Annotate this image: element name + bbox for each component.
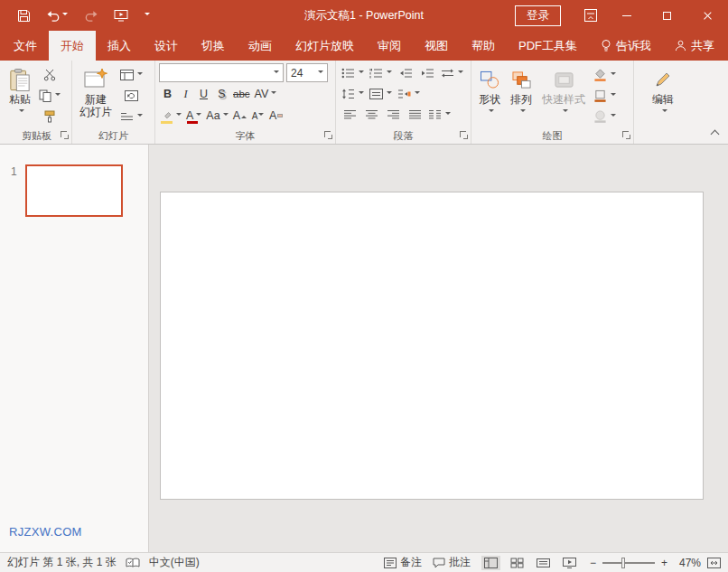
share-button[interactable]: 共享 xyxy=(663,31,726,61)
arrange-button[interactable]: 排列 xyxy=(507,63,536,118)
numbering-dropdown-icon xyxy=(384,67,392,80)
slide-indicator[interactable]: 幻灯片 第 1 张, 共 1 张 xyxy=(7,555,117,570)
text-shadow-button[interactable]: S xyxy=(213,85,230,103)
reset-slide-button[interactable] xyxy=(118,86,145,105)
zoom-slider[interactable] xyxy=(602,562,655,564)
customize-qat-button[interactable] xyxy=(136,0,158,31)
columns-button[interactable] xyxy=(426,106,453,125)
undo-button[interactable] xyxy=(39,0,76,31)
start-slideshow-button[interactable] xyxy=(106,0,136,31)
format-painter-button[interactable] xyxy=(37,107,62,126)
shape-fill-button[interactable] xyxy=(592,65,618,84)
justify-icon xyxy=(408,109,422,120)
tab-help[interactable]: 帮助 xyxy=(460,31,507,61)
convert-to-smartart-button[interactable] xyxy=(396,85,422,104)
notes-button[interactable]: 备注 xyxy=(384,555,422,570)
cut-button[interactable] xyxy=(37,65,62,84)
tab-slide-show[interactable]: 幻灯片放映 xyxy=(284,31,366,61)
italic-button[interactable]: I xyxy=(177,85,194,103)
slide-canvas[interactable] xyxy=(160,192,704,500)
align-right-button[interactable] xyxy=(383,106,403,125)
notes-label: 备注 xyxy=(400,555,422,570)
drawing-dialog-launcher[interactable] xyxy=(622,131,631,140)
slide-layout-button[interactable] xyxy=(118,65,145,84)
slide-sorter-view-button[interactable] xyxy=(508,556,527,570)
font-size-combo[interactable]: 24 xyxy=(286,63,328,82)
clipboard-dialog-launcher[interactable] xyxy=(61,131,70,140)
maximize-button[interactable] xyxy=(647,0,687,31)
tab-animations[interactable]: 动画 xyxy=(237,31,284,61)
zoom-slider-thumb[interactable] xyxy=(621,558,625,568)
redo-button[interactable] xyxy=(76,0,106,31)
tab-file[interactable]: 文件 xyxy=(2,31,49,61)
tab-transitions[interactable]: 切换 xyxy=(190,31,237,61)
character-spacing-button[interactable]: AV xyxy=(253,85,279,103)
text-direction-button[interactable] xyxy=(439,64,465,83)
decrease-indent-button[interactable] xyxy=(396,64,415,83)
strikethrough-button[interactable]: abc xyxy=(231,85,252,103)
comments-label: 批注 xyxy=(449,555,471,570)
normal-view-button[interactable] xyxy=(481,556,500,570)
font-dialog-launcher[interactable] xyxy=(324,131,333,140)
ribbon-display-options-icon xyxy=(583,8,598,23)
shape-effects-button[interactable] xyxy=(592,107,618,126)
font-name-combo[interactable] xyxy=(159,63,284,82)
shapes-button[interactable]: 形状 xyxy=(475,63,504,118)
proofing-button[interactable] xyxy=(126,558,140,568)
tab-home[interactable]: 开始 xyxy=(49,31,96,61)
comments-button[interactable]: 批注 xyxy=(433,555,471,570)
fit-slide-to-window-button[interactable] xyxy=(707,558,721,568)
slide-thumbnail-panel: 1 RJZXW.COM xyxy=(0,145,149,552)
zoom-controls: − + 47% xyxy=(590,557,721,569)
align-left-button[interactable] xyxy=(340,106,359,125)
paragraph-dialog-launcher[interactable] xyxy=(460,131,469,140)
tab-view[interactable]: 视图 xyxy=(413,31,460,61)
shrink-font-button[interactable]: A xyxy=(249,107,266,125)
shape-fill-icon xyxy=(593,69,607,81)
collapse-ribbon-button[interactable] xyxy=(712,129,719,136)
clear-formatting-button[interactable]: A xyxy=(267,107,285,125)
zoom-out-button[interactable]: − xyxy=(590,557,596,569)
tab-design[interactable]: 设计 xyxy=(143,31,190,61)
tab-review[interactable]: 审阅 xyxy=(366,31,413,61)
paragraph-group-label: 段落 xyxy=(340,127,467,144)
justify-button[interactable] xyxy=(405,106,425,125)
tab-insert[interactable]: 插入 xyxy=(96,31,143,61)
slide-show-view-button[interactable] xyxy=(560,556,579,570)
shape-outline-button[interactable] xyxy=(592,86,618,105)
save-button[interactable] xyxy=(9,0,39,31)
copy-button[interactable] xyxy=(37,86,62,105)
ribbon-display-options-button[interactable] xyxy=(575,0,606,31)
numbering-button[interactable] xyxy=(368,64,394,83)
change-case-button[interactable]: Aa xyxy=(204,107,229,125)
bullets-button[interactable] xyxy=(340,64,366,83)
align-center-button[interactable] xyxy=(361,106,381,125)
line-spacing-button[interactable] xyxy=(340,85,366,104)
quick-styles-button[interactable]: 快速样式 xyxy=(538,63,589,118)
increase-indent-button[interactable] xyxy=(417,64,437,83)
new-slide-button[interactable]: 新建 幻灯片 xyxy=(76,63,116,118)
grow-font-button[interactable]: A xyxy=(231,107,248,125)
align-text-button[interactable] xyxy=(368,85,394,104)
underline-button[interactable]: U xyxy=(195,85,212,103)
reading-view-button[interactable] xyxy=(534,556,553,570)
zoom-in-button[interactable]: + xyxy=(661,557,667,569)
tab-pdf-tools[interactable]: PDF工具集 xyxy=(507,31,589,61)
minimize-icon xyxy=(622,15,631,16)
paste-button[interactable]: 粘贴 xyxy=(5,63,34,118)
section-button[interactable] xyxy=(118,107,145,126)
slide-thumbnail[interactable] xyxy=(25,164,123,217)
close-button[interactable] xyxy=(687,0,728,31)
tell-me-box[interactable]: 告诉我 xyxy=(589,31,663,61)
font-color-button[interactable]: A xyxy=(184,107,203,125)
proofing-book-icon xyxy=(126,558,140,568)
bold-button[interactable]: B xyxy=(159,85,176,103)
editing-button[interactable]: 编辑 xyxy=(649,63,677,118)
paste-label: 粘贴 xyxy=(9,93,31,106)
text-highlight-button[interactable] xyxy=(159,107,183,125)
minimize-button[interactable] xyxy=(606,0,647,31)
font-name-dropdown-icon xyxy=(271,67,279,80)
zoom-level[interactable]: 47% xyxy=(674,557,701,569)
language-button[interactable]: 中文(中国) xyxy=(149,555,200,570)
sign-in-button[interactable]: 登录 xyxy=(515,5,561,26)
